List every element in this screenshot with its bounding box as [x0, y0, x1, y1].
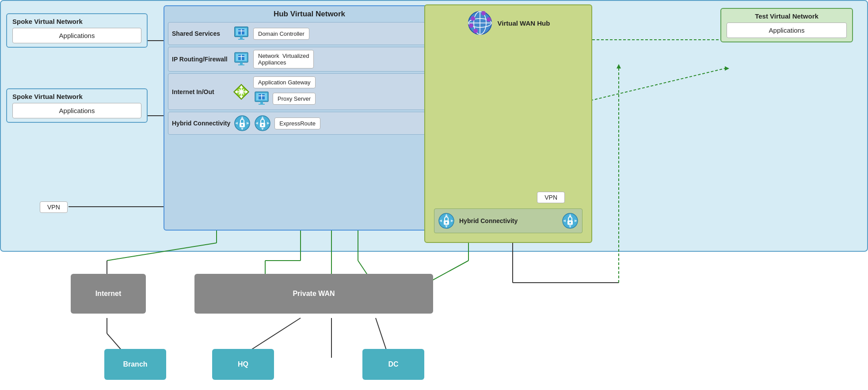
vpn-right-label: VPN	[537, 192, 565, 203]
hq-box: HQ	[212, 349, 274, 380]
dc-box: DC	[362, 349, 424, 380]
svg-point-83	[469, 23, 473, 28]
hub-row-ip-routing: IP Routing/Firewall Network VirtualizedA…	[168, 47, 451, 72]
lock-icon-1	[234, 115, 251, 132]
shared-services-label: Shared Services	[172, 30, 229, 37]
lock-icon-3	[438, 212, 455, 229]
monitor-icon-3	[253, 90, 270, 107]
gateway-icon	[233, 83, 250, 100]
proxy-server-box: Proxy Server	[273, 93, 316, 105]
svg-point-65	[241, 124, 243, 126]
lock-icon-2	[254, 115, 271, 132]
internet-inout-label: Internet In/Out	[172, 88, 229, 95]
svg-point-84	[473, 29, 478, 33]
spoke-network-2: Spoke Virtual Network Applications	[6, 88, 148, 123]
hub-row-internet: Internet In/Out Application Gateway	[168, 73, 451, 110]
hybrid-connectivity-label: Hybrid Connectivity	[172, 120, 230, 127]
monitor-icon-2	[233, 51, 250, 68]
svg-point-86	[487, 17, 491, 22]
svg-point-96	[569, 222, 571, 223]
hub-row-shared-services: Shared Services Domain Controller	[168, 22, 451, 45]
vpn-left-label: VPN	[40, 201, 68, 213]
internet-box: Internet	[71, 274, 146, 314]
svg-rect-48	[238, 64, 244, 65]
private-wan-box: Private WAN	[194, 274, 433, 314]
svg-point-89	[445, 222, 447, 223]
svg-point-72	[262, 124, 263, 126]
svg-point-85	[481, 11, 486, 15]
spoke-network-1: Spoke Virtual Network Applications	[6, 13, 148, 48]
domain-controller-box: Domain Controller	[253, 28, 309, 40]
svg-rect-62	[259, 104, 265, 105]
hub-title: Hub Virtual Network	[164, 6, 454, 20]
wan-hub-title: Virtual WAN Hub	[498, 19, 550, 27]
spoke1-app: Applications	[12, 28, 141, 43]
spoke1-label: Spoke Virtual Network	[12, 18, 141, 25]
lock-icon-4	[562, 212, 579, 229]
expressroute-hub-box: ExpressRoute	[274, 117, 320, 129]
svg-rect-61	[260, 102, 263, 104]
svg-rect-47	[240, 62, 243, 64]
hybrid-right-label: Hybrid Connectivity	[459, 217, 557, 224]
monitor-icon-1	[233, 25, 250, 42]
svg-rect-41	[238, 39, 244, 40]
wan-hub-area: Virtual WAN Hub Hybrid Connectivity	[424, 4, 592, 243]
test-network-label: Test Virtual Network	[727, 12, 847, 20]
network-appliances-box: Network VirtualizedAppliances	[253, 50, 314, 68]
branch-box: Branch	[104, 349, 166, 380]
ip-routing-label: IP Routing/Firewall	[172, 56, 229, 63]
svg-point-82	[471, 16, 475, 21]
diagram-container: Spoke Virtual Network Applications Spoke…	[0, 0, 868, 390]
spoke2-app: Applications	[12, 103, 141, 118]
application-gateway-box: Application Gateway	[253, 76, 316, 88]
test-app: Applications	[727, 23, 847, 38]
test-network: Test Virtual Network Applications	[720, 8, 853, 42]
hub-row-hybrid: Hybrid Connectivity	[168, 112, 451, 135]
hub-network: Hub Virtual Network Shared Services Doma…	[164, 5, 455, 231]
svg-rect-40	[240, 37, 243, 39]
globe-icon	[467, 10, 493, 36]
spoke2-label: Spoke Virtual Network	[12, 93, 141, 100]
svg-point-51	[240, 90, 243, 94]
